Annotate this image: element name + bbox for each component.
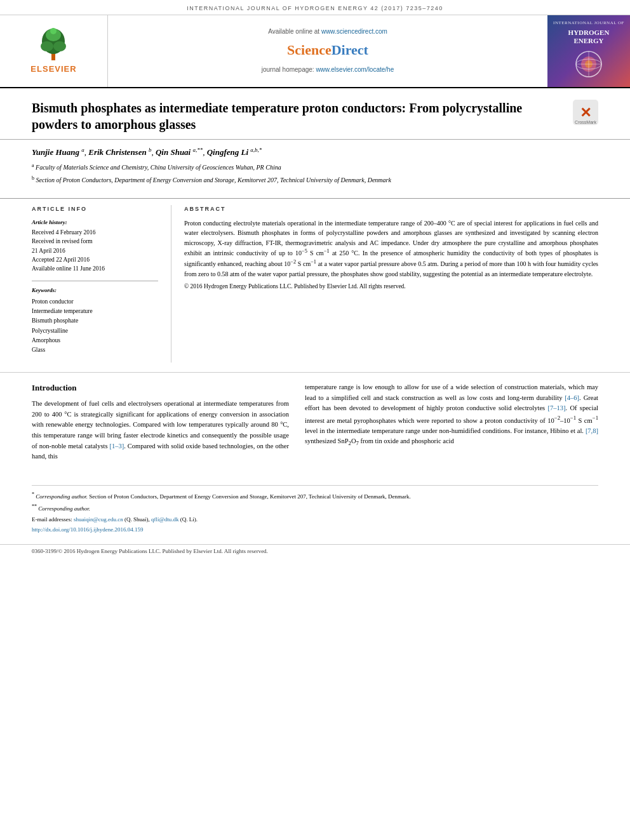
article-info-column: ARTICLE INFO Article history: Received 4… (32, 205, 171, 363)
doi-link: http://dx.doi.org/10.1016/j.ijhydene.201… (32, 526, 598, 535)
crossmark-area[interactable]: ✕ CrossMark (566, 100, 598, 128)
keywords-title: Keywords: (32, 286, 158, 295)
bottom-issn-bar: 0360-3199/© 2016 Hydrogen Energy Publica… (0, 544, 630, 558)
footnote-star: * Corresponding author. Section of Proto… (32, 491, 598, 502)
journal-url-link[interactable]: www.elsevier.com/locate/he (316, 66, 394, 73)
keyword-glass: Glass (32, 345, 158, 355)
badge-title-text: HYDROGENENERGY (553, 29, 624, 45)
affiliation-b: b Section of Proton Conductors, Departme… (32, 175, 598, 185)
introduction-right: temperature range is low enough to allow… (305, 382, 598, 466)
received-date: Received 4 February 2016 (32, 228, 158, 237)
email-li-link[interactable]: qfli@dtu.dk (151, 516, 179, 523)
affiliation-a: a Faculty of Materials Science and Chemi… (32, 162, 598, 172)
article-history-block: Article history: Received 4 February 201… (32, 218, 158, 274)
authors-line: Yunjie Huang a, Erik Christensen b, Qin … (32, 146, 598, 159)
elsevier-brand-text: ELSEVIER (30, 63, 76, 75)
keyword-intermediate-temp: Intermediate temperature (32, 307, 158, 316)
ref-7-13[interactable]: [7–13] (547, 404, 565, 411)
keywords-block: Keywords: Proton conductor Intermediate … (32, 286, 158, 355)
svg-text:CrossMark: CrossMark (575, 120, 596, 124)
footnote-email: E-mail addresses: shuaiqin@cug.edu.cn (Q… (32, 516, 598, 524)
keyword-amorphous: Amorphous (32, 336, 158, 345)
keyword-bismuth-phosphate: Bismuth phosphate (32, 316, 158, 326)
abstract-heading: ABSTRACT (184, 205, 598, 213)
copyright-text: © 2016 Hydrogen Energy Publications LLC.… (184, 283, 598, 291)
introduction-section: Introduction The development of fuel cel… (0, 372, 630, 472)
doi-url[interactable]: http://dx.doi.org/10.1016/j.ijhydene.201… (32, 526, 144, 533)
elsevier-tree-icon (34, 27, 72, 62)
footnote-double-star: ** Corresponding author. (32, 503, 598, 514)
footnotes-section: * Corresponding author. Section of Proto… (32, 485, 598, 535)
introduction-left-text: The development of fuel cells and electr… (32, 399, 289, 462)
available-online-date: Available online 11 June 2016 (32, 264, 158, 273)
svg-point-3 (53, 41, 66, 51)
elsevier-logo-area: ELSEVIER (0, 15, 108, 87)
journal-badge: International Journal of HYDROGENENERGY (547, 15, 630, 87)
received-revised-label: Received in revised form (32, 237, 158, 246)
article-info-heading: ARTICLE INFO (32, 205, 158, 213)
paper-title: Bismuth phosphates as intermediate tempe… (32, 100, 527, 133)
introduction-left: Introduction The development of fuel cel… (32, 382, 289, 466)
title-section: Bismuth phosphates as intermediate tempe… (0, 88, 630, 140)
abstract-body: Proton conducting electrolyte materials … (184, 218, 598, 279)
sciencedirect-logo: ScienceDirect (287, 41, 368, 60)
authors-section: Yunjie Huang a, Erik Christensen b, Qin … (0, 140, 630, 193)
history-title: Article history: (32, 218, 158, 227)
sciencedirect-url[interactable]: www.sciencedirect.com (321, 28, 387, 35)
journal-center-header: Available online at www.sciencedirect.co… (108, 15, 547, 87)
received-revised-date: 21 April 2016 (32, 246, 158, 255)
keyword-proton-conductor: Proton conductor (32, 297, 158, 307)
divider (32, 281, 158, 281)
article-info-abstract-section: ARTICLE INFO Article history: Received 4… (0, 198, 630, 363)
svg-point-5 (50, 28, 57, 34)
keyword-polycrystalline: Polycrystalline (32, 326, 158, 336)
crossmark-icon: ✕ CrossMark (573, 100, 598, 125)
accepted-date: Accepted 22 April 2016 (32, 255, 158, 264)
ref-1-3[interactable]: [1–3] (110, 443, 124, 450)
svg-point-2 (41, 41, 53, 51)
available-online-text: Available online at www.sciencedirect.co… (268, 27, 387, 36)
journal-homepage-text: journal homepage: www.elsevier.com/locat… (262, 65, 394, 74)
journal-globe-icon (575, 50, 603, 79)
ref-7-8[interactable]: [7,8] (586, 427, 598, 434)
abstract-column: ABSTRACT Proton conducting electrolyte m… (171, 205, 598, 363)
ref-4-6[interactable]: [4–6] (565, 394, 579, 401)
introduction-title: Introduction (32, 382, 289, 394)
svg-text:✕: ✕ (580, 105, 591, 121)
email-shuai-link[interactable]: shuaiqin@cug.edu.cn (74, 516, 123, 523)
issn-text: 0360-3199/© 2016 Hydrogen Energy Publica… (32, 548, 268, 554)
journal-header-text: INTERNATIONAL JOURNAL OF HYDROGEN ENERGY… (187, 5, 443, 11)
introduction-right-text: temperature range is low enough to allow… (305, 382, 598, 448)
badge-intl-text: International Journal of (553, 20, 624, 27)
